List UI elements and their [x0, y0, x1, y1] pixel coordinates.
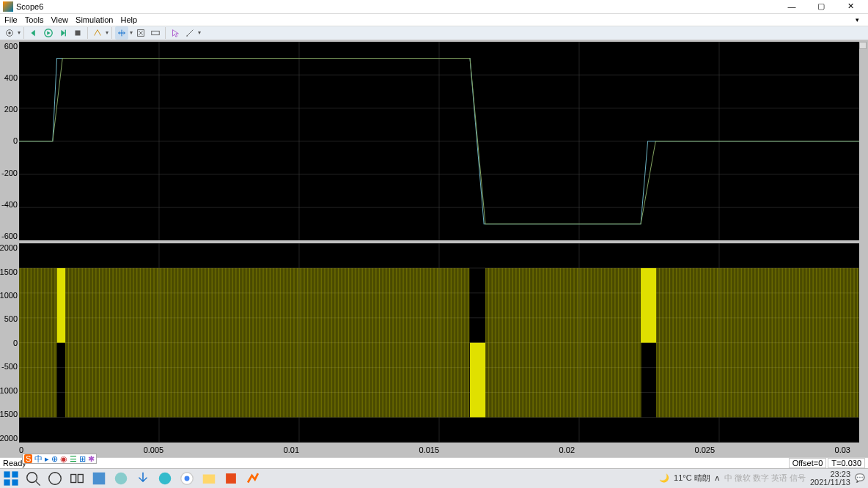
status-offset: Offset=0 — [789, 458, 827, 468]
weather-text[interactable]: 11°C 晴朗 — [674, 473, 710, 484]
stop-button[interactable] — [71, 26, 84, 40]
dropdown2-icon[interactable]: ▾ — [106, 29, 108, 36]
app-matlab-icon[interactable] — [245, 470, 261, 487]
svg-rect-3 — [65, 29, 66, 36]
step-fwd-button[interactable] — [56, 26, 70, 40]
app-explorer-icon[interactable] — [201, 470, 217, 487]
ime-icon-3[interactable]: ◉ — [60, 454, 67, 464]
menu-dropdown-icon[interactable]: ▾ — [856, 16, 864, 23]
svg-rect-48 — [93, 473, 106, 485]
tray-chevron-icon[interactable]: ʌ — [715, 473, 720, 483]
app-paint-icon[interactable] — [113, 470, 129, 487]
taskbar-right: 🌙 11°C 晴朗 ʌ 中 微软 数字 英语 信号 23:23 2021/11/… — [659, 470, 865, 487]
svg-rect-6 — [152, 31, 160, 34]
menu-simulation[interactable]: Simulation — [76, 15, 113, 24]
dropdown3-icon[interactable]: ▾ — [130, 29, 133, 36]
dropdown4-icon[interactable]: ▾ — [198, 29, 201, 36]
status-bar: Ready Offset=0 T=0.030 — [0, 457, 868, 468]
svg-point-50 — [159, 473, 172, 485]
app-chrome-icon[interactable] — [179, 470, 195, 487]
svg-rect-47 — [78, 474, 83, 482]
app-icon — [3, 1, 13, 12]
svg-rect-41 — [12, 471, 18, 477]
svg-rect-43 — [12, 479, 18, 485]
weather-icon[interactable]: 🌙 — [659, 473, 669, 483]
svg-point-52 — [185, 476, 190, 481]
svg-point-1 — [8, 32, 11, 34]
app-dl-icon[interactable] — [135, 470, 151, 487]
plot-1[interactable]: 600 400 200 0 -200 -400 -600 — [1, 42, 859, 240]
ime-bar[interactable]: S 中 ▸ ⊕ ◉ ☰ ⊞ ✱ — [22, 454, 97, 464]
measure-button[interactable] — [183, 26, 196, 40]
svg-point-45 — [49, 473, 62, 485]
menu-help[interactable]: Help — [120, 15, 137, 24]
svg-rect-38 — [470, 343, 485, 418]
plot-1-y-axis: 600 400 200 0 -200 -400 -600 — [1, 42, 19, 240]
svg-rect-37 — [57, 268, 65, 343]
x-axis: 0 0.005 0.01 0.015 0.02 0.025 0.03 — [1, 446, 852, 456]
ime-icon-1[interactable]: ▸ — [45, 454, 49, 464]
plot-2[interactable]: 2000 1500 1000 500 0 -500 -1000 -1500 -2… — [1, 243, 859, 442]
run-button[interactable] — [42, 26, 55, 40]
dropdown-icon[interactable]: ▾ — [18, 29, 21, 36]
ime-icon-6[interactable]: ✱ — [88, 454, 95, 464]
ime-icon-5[interactable]: ⊞ — [79, 454, 86, 464]
zoom-xy-button[interactable] — [115, 26, 128, 40]
title-bar: Scope6 — ▢ ✕ — [0, 0, 868, 14]
ime-logo-icon[interactable]: S — [24, 454, 32, 463]
start-button[interactable] — [3, 470, 19, 487]
scrollbar-handle[interactable] — [859, 42, 867, 49]
status-time: T=0.030 — [828, 458, 865, 468]
svg-point-49 — [115, 473, 128, 485]
window-title: Scope6 — [16, 2, 777, 11]
menu-bar: File Tools View Simulation Help ▾ — [0, 14, 868, 26]
menu-view[interactable]: View — [51, 15, 68, 24]
tray-hint: 中 微软 数字 英语 信号 — [724, 473, 806, 484]
svg-point-44 — [27, 473, 37, 483]
svg-rect-42 — [4, 479, 10, 485]
plot-2-canvas[interactable] — [19, 243, 859, 442]
app-calc-icon[interactable] — [91, 470, 107, 487]
notifications-icon[interactable]: 💬 — [855, 473, 865, 483]
zoom-fit-button[interactable] — [134, 26, 147, 40]
svg-rect-53 — [203, 474, 216, 483]
cortana-button[interactable] — [47, 470, 63, 487]
maximize-button[interactable]: ▢ — [806, 1, 836, 11]
plot-1-canvas[interactable] — [19, 42, 859, 240]
toolbar: ▾ ▾ ▾ ▾ — [0, 26, 868, 40]
svg-rect-4 — [76, 30, 81, 35]
menu-file[interactable]: File — [4, 15, 18, 24]
svg-rect-39 — [641, 268, 656, 343]
close-button[interactable]: ✕ — [836, 1, 865, 11]
taskview-button[interactable] — [69, 470, 85, 487]
svg-rect-40 — [4, 471, 10, 477]
ime-icon-4[interactable]: ☰ — [70, 454, 77, 464]
autoscale-button[interactable] — [149, 26, 162, 40]
plot-container: 600 400 200 0 -200 -400 -600 2000 1500 1… — [1, 42, 867, 456]
app-edge-icon[interactable] — [157, 470, 173, 487]
search-button[interactable] — [25, 470, 41, 487]
menu-tools[interactable]: Tools — [25, 15, 44, 24]
highlight-button[interactable] — [91, 26, 104, 40]
settings-button[interactable] — [3, 26, 16, 40]
plot-2-y-axis: 2000 1500 1000 500 0 -500 -1000 -1500 -2… — [1, 243, 19, 442]
ime-icon-2[interactable]: ⊕ — [51, 454, 58, 464]
app-office-icon[interactable] — [223, 470, 239, 487]
taskbar: 🌙 11°C 晴朗 ʌ 中 微软 数字 英语 信号 23:23 2021/11/… — [0, 468, 868, 488]
ime-lang[interactable]: 中 — [34, 454, 43, 465]
scope-area: 600 400 200 0 -200 -400 -600 2000 1500 1… — [0, 40, 868, 457]
svg-rect-46 — [71, 474, 76, 482]
minimize-button[interactable]: — — [777, 2, 806, 11]
svg-rect-54 — [226, 473, 236, 484]
clock[interactable]: 23:23 2021/11/13 — [810, 470, 850, 487]
step-back-button[interactable] — [27, 26, 40, 40]
cursor-button[interactable] — [169, 26, 182, 40]
